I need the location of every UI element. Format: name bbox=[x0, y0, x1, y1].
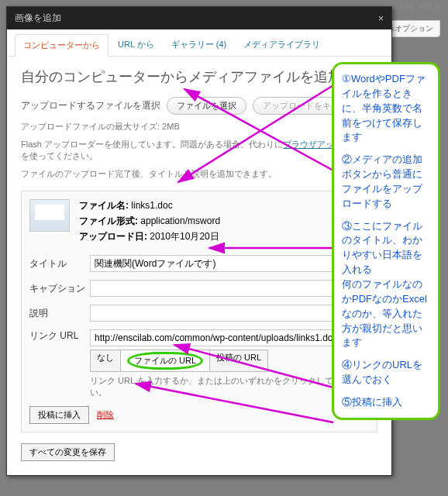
file-date-row: アップロード日: 2010年10月20日 bbox=[79, 230, 220, 243]
uploaded-file-panel: ファイル名: links1.doc ファイル形式: application/ms… bbox=[21, 191, 377, 432]
flash-note-pre: Flash アップローダーを使用しています。問題がある場合、代わりに bbox=[21, 140, 283, 149]
caption-label: キャプション bbox=[29, 282, 90, 295]
tab-from-computer[interactable]: コンピューターから bbox=[15, 34, 109, 57]
upload-date-value: 2010年10月20日 bbox=[150, 231, 219, 242]
title-input[interactable] bbox=[90, 255, 369, 272]
flash-note-post: を使ってください。 bbox=[21, 151, 98, 160]
close-icon[interactable]: × bbox=[378, 13, 384, 24]
callout-step-4: ④リンクのURLを選んでおく bbox=[342, 358, 430, 388]
link-url-label: リンク URL bbox=[29, 329, 90, 343]
callout-step-2: ②メディアの追加ボタンから普通にファイルをアップロードする bbox=[342, 153, 430, 211]
delete-link[interactable]: 削除 bbox=[97, 409, 114, 421]
link-url-hint: リンク URL を入力するか、または上のいずれかをクリックしてください。 bbox=[90, 375, 369, 398]
callout-step-3: ③ここにファイルのタイトル、わかりやすい日本語を入れる 何のファイルなのかPDF… bbox=[342, 219, 430, 351]
url-file-highlight: ファイルの URL bbox=[127, 352, 203, 370]
callout-step-5: ⑤投稿に挿入 bbox=[342, 395, 430, 410]
file-name-row: ファイル名: links1.doc bbox=[79, 199, 220, 212]
url-file-button[interactable]: ファイルの URL bbox=[121, 350, 210, 372]
tab-from-url[interactable]: URL から bbox=[110, 34, 162, 56]
description-input[interactable] bbox=[90, 305, 369, 322]
url-post-button[interactable]: 投稿の URL bbox=[210, 350, 268, 372]
flash-uploader-note: Flash アップローダーを使用しています。問題がある場合、代わりにブラウザアッ… bbox=[21, 139, 377, 162]
select-file-button[interactable]: ファイルを選択 bbox=[167, 97, 246, 115]
title-label: タイトル bbox=[29, 257, 90, 270]
file-name-label: ファイル名: bbox=[79, 200, 129, 211]
save-all-changes-button[interactable]: すべての変更を保存 bbox=[21, 443, 115, 461]
instruction-callout: ①WordやPDFファイルを作るときに、半角英数で名前をつけて保存します ②メデ… bbox=[332, 62, 440, 420]
upload-date-label: アップロード日: bbox=[79, 231, 147, 242]
caption-input[interactable] bbox=[90, 280, 369, 297]
file-type-label: ファイル形式: bbox=[79, 215, 138, 226]
file-thumbnail bbox=[29, 199, 70, 232]
file-type-row: ファイル形式: application/msword bbox=[79, 215, 220, 228]
tab-media-library[interactable]: メディアライブラリ bbox=[236, 34, 328, 56]
file-name-value: links1.doc bbox=[131, 200, 172, 211]
select-file-label: アップロードするファイルを選択 bbox=[21, 99, 160, 112]
link-url-input[interactable] bbox=[90, 329, 369, 346]
insert-into-post-button[interactable]: 投稿に挿入 bbox=[29, 406, 89, 424]
url-none-button[interactable]: なし bbox=[90, 350, 121, 372]
after-upload-note: ファイルのアップロード完了後、タイトルと説明を追加できます。 bbox=[21, 168, 377, 180]
modal-title: 画像を追加 bbox=[15, 12, 61, 25]
tab-bar: コンピューターから URL から ギャラリー (4) メディアライブラリ bbox=[7, 29, 391, 57]
max-size-text: アップロードファイルの最大サイズ: 2MB bbox=[21, 121, 377, 133]
description-label: 説明 bbox=[29, 307, 90, 320]
tab-gallery[interactable]: ギャラリー (4) bbox=[164, 34, 235, 56]
file-type-value: application/msword bbox=[140, 215, 220, 226]
bg-user: 環境科研 管理人 bbox=[384, 2, 440, 12]
page-heading: 自分のコンピューターからメディアファイルを追加 bbox=[21, 67, 377, 86]
callout-step-1: ①WordやPDFファイルを作るときに、半角英数で名前をつけて保存します bbox=[342, 72, 430, 145]
